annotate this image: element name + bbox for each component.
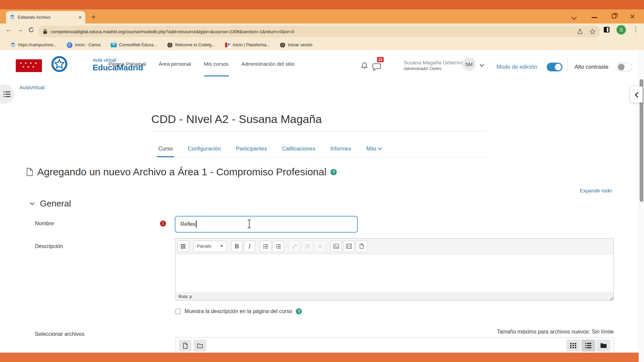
bookmark-label: Inicio | Plataforma... (233, 43, 270, 47)
window-title-strip (0, 0, 644, 9)
bookmarks-bar: https://campusinno... C Inicio - Canva C… (0, 40, 644, 50)
contrast-toggle[interactable] (616, 63, 632, 71)
close-window-icon[interactable]: × (630, 11, 635, 22)
madrid-flag-logo[interactable]: * * * * * * * (16, 59, 42, 72)
italic-button[interactable]: I (244, 241, 255, 252)
create-folder-button[interactable] (194, 340, 206, 352)
tab-close-icon[interactable]: × (78, 14, 82, 20)
address-bar[interactable]: competenciadigital.educa.madrid.org/cour… (38, 26, 600, 37)
show-description-label: Muestra la descripción en la página del … (184, 308, 292, 314)
insert-image-button[interactable] (330, 241, 342, 252)
educamadrid-favicon-icon (9, 14, 15, 20)
restore-window-icon[interactable] (612, 14, 616, 18)
url-text: competenciadigital.educa.madrid.org/cour… (51, 29, 294, 34)
tab-calificaciones[interactable]: Calificaciones (282, 140, 315, 157)
autolink-button (314, 241, 326, 252)
list-icon (3, 91, 11, 98)
help-icon[interactable]: ? (296, 308, 302, 314)
toolbar-grid-icon[interactable] (177, 241, 189, 252)
add-file-button[interactable] (179, 340, 192, 352)
collapse-block-drawer-button[interactable] (630, 86, 643, 103)
resize-grip-icon[interactable] (609, 296, 613, 300)
bookmark-item[interactable]: https://campusinno... (10, 42, 57, 48)
edit-mode-toggle[interactable] (547, 63, 562, 71)
minimize-icon[interactable] (592, 17, 597, 18)
expand-all-link[interactable]: Expandir todo (580, 188, 612, 194)
tab-curso[interactable]: Curso (158, 140, 173, 157)
tab-mas[interactable]: Más (366, 140, 381, 157)
notifications-bell-icon[interactable] (361, 62, 368, 70)
user-avatar[interactable]: SM (462, 57, 476, 71)
show-description-row: Muestra la descripción en la página del … (175, 308, 302, 314)
page-heading: Agregando un nuevo Archivo a Área 1 - Co… (37, 166, 326, 178)
bookmark-item[interactable]: CorreoWeb Educa... (111, 43, 157, 47)
course-tabs: Curso Configuración Participantes Califi… (151, 140, 487, 158)
campus-stack-icon (10, 42, 16, 48)
name-field-label: Nombre (35, 221, 54, 227)
tab-informes[interactable]: Informes (330, 140, 351, 157)
text-caret (196, 221, 197, 228)
browser-menu-icon[interactable]: ⋮ (633, 25, 639, 33)
bullet-list-button[interactable] (260, 241, 271, 252)
icons-view-button[interactable] (566, 340, 580, 352)
name-input[interactable]: Reflex (175, 216, 358, 233)
globe-icon (280, 42, 285, 48)
bookmark-star-icon[interactable] (589, 28, 596, 35)
back-icon[interactable]: ← (5, 26, 12, 34)
tab-search-chevron-icon[interactable] (572, 15, 576, 19)
reload-icon[interactable] (28, 27, 34, 33)
bookmark-item[interactable]: C Inicio - Canva (67, 42, 100, 48)
list-view-button[interactable] (581, 340, 595, 352)
bottom-orange-bar (0, 353, 639, 362)
editor-status-bar: Ruta: p (176, 293, 613, 300)
file-resource-icon (26, 168, 33, 176)
nav-mis-cursos[interactable]: Mis cursos (204, 50, 229, 78)
general-section-header[interactable]: General (31, 198, 71, 209)
flag-icon: F (225, 42, 230, 48)
contrast-label: Alto contraste (575, 64, 608, 70)
new-tab-button[interactable]: + (89, 13, 98, 21)
nav-pagina-principal[interactable]: Página Principal (108, 50, 146, 78)
bookmark-item[interactable]: Welcome to Codelg... (167, 42, 215, 48)
header-divider (568, 56, 568, 72)
editor-content-area[interactable] (176, 254, 613, 293)
description-editor[interactable]: Párrafo B I (175, 238, 614, 301)
nav-area-personal[interactable]: Área personal (159, 50, 191, 78)
bookmark-item[interactable]: Iniciar sesión (280, 42, 312, 48)
share-icon[interactable] (577, 28, 583, 35)
lock-icon (43, 29, 47, 34)
user-menu-chevron-icon[interactable] (480, 63, 483, 66)
user-name[interactable]: Susana Magaña Delarriva (404, 60, 464, 66)
browser-profile-avatar[interactable]: S (616, 25, 626, 35)
browser-tab[interactable]: Editando Archivo × (6, 11, 85, 23)
paragraph-format-select[interactable]: Párrafo (194, 241, 226, 252)
forward-icon[interactable]: → (17, 26, 23, 34)
edit-mode-label: Modo de edición (496, 64, 537, 70)
tree-view-button[interactable] (596, 340, 610, 352)
side-panel-icon[interactable] (604, 27, 609, 33)
tab-title: Editando Archivo (18, 15, 75, 20)
messages-icon[interactable] (372, 63, 381, 71)
tab-participantes[interactable]: Participantes (236, 140, 267, 157)
bold-button[interactable]: B (231, 241, 243, 252)
manage-files-button[interactable] (356, 241, 367, 252)
flag-stars: * * * (22, 66, 35, 69)
page-heading-row: Agregando un nuevo Archivo a Área 1 - Co… (26, 166, 337, 178)
show-description-checkbox[interactable] (175, 309, 181, 314)
bookmark-label: CorreoWeb Educa... (119, 43, 157, 47)
bookmark-item[interactable]: F Inicio | Plataforma... (225, 42, 270, 48)
general-section-label: General (40, 198, 71, 209)
educamadrid-circle-logo[interactable] (51, 56, 68, 72)
tab-configuracion[interactable]: Configuración (188, 140, 221, 157)
breadcrumb[interactable]: AulaVirtual (19, 84, 45, 90)
help-icon[interactable]: ? (330, 169, 337, 175)
numbered-list-button[interactable] (273, 241, 284, 252)
nav-administracion[interactable]: Administración del sitio (241, 50, 295, 78)
messages-badge: 13 (377, 57, 384, 62)
bookmark-label: Welcome to Codelg... (175, 43, 215, 47)
description-field-label: Descripción (35, 243, 63, 249)
insert-media-button[interactable] (343, 241, 355, 252)
course-index-drawer-button[interactable] (0, 84, 14, 104)
globe-icon (167, 42, 173, 48)
editor-toolbar: Párrafo B I (176, 239, 613, 254)
